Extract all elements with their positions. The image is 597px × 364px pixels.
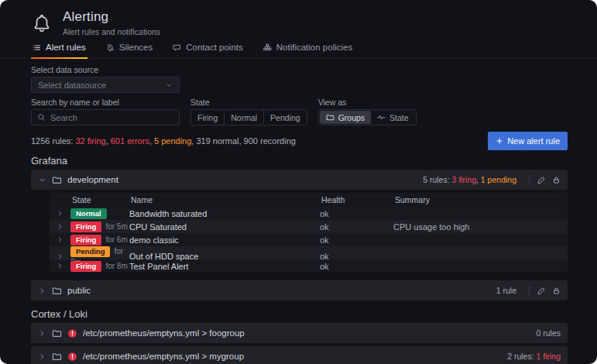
table-row[interactable]: Normal Bandwidth saturated ok (50, 207, 568, 220)
state-badge: Normal (70, 208, 107, 219)
page-subtitle: Alert rules and notifications (63, 27, 160, 36)
datasource-label: Select data source (31, 65, 568, 74)
expand-group-icon[interactable] (38, 287, 46, 295)
table-row[interactable]: Pendingfor 2m Out of HDD space ok (50, 246, 568, 259)
col-state: State (70, 195, 129, 204)
alerting-page: Alerting Alert rules and notifications A… (0, 0, 597, 364)
col-summary: Summary (393, 195, 568, 204)
viewas-groups-button[interactable]: Groups (320, 111, 371, 124)
state-filter-group: Firing Normal Pending (190, 109, 307, 125)
expand-row-icon[interactable] (56, 262, 64, 270)
viewas-state-label: State (389, 113, 409, 122)
rule-health: ok (320, 235, 393, 245)
expand-row-icon[interactable] (56, 222, 64, 231)
table-row[interactable]: Firingfor 5m CPU Saturated ok CPU usage … (50, 220, 568, 233)
alerting-bell-icon (31, 12, 53, 34)
rule-group-development[interactable]: development 5 rules: 3 firing, 1 pending (31, 170, 568, 190)
group-stats: 0 rules (536, 328, 561, 338)
rules-summary: 1256 rules: 32 firing, 601 errors, 5 pen… (31, 136, 296, 146)
datasource-select-value: Select datasource (38, 81, 106, 90)
rule-health: ok (320, 252, 393, 261)
tab-label: Contact points (186, 43, 243, 52)
tab-alert-rules[interactable]: Alert rules (31, 38, 87, 58)
list-icon (33, 43, 41, 52)
tab-label: Notification policies (276, 43, 352, 52)
folder-icon (326, 113, 335, 122)
expand-group-icon[interactable] (38, 352, 46, 361)
rule-group-foogroup[interactable]: /etc/prometheus/emptyns.yml > foogroup 0… (31, 323, 568, 343)
error-icon (67, 352, 77, 362)
state-badge: Firing (70, 221, 101, 232)
folder-icon (52, 352, 62, 362)
rule-group-public[interactable]: public 1 rule (31, 280, 568, 300)
expand-row-icon[interactable] (56, 252, 64, 261)
search-input[interactable] (50, 113, 173, 122)
state-duration: for 8m (105, 262, 127, 270)
table-header: State Name Health Summary (50, 193, 568, 207)
viewas-group: Groups State (318, 109, 417, 125)
rule-health: ok (320, 209, 393, 218)
state-duration: for 5m (105, 222, 127, 231)
filters-panel: Select data source Select datasource Sea… (0, 59, 597, 125)
bell-slash-icon (106, 43, 115, 52)
tab-label: Silences (119, 43, 153, 52)
rule-name: CPU Saturated (129, 222, 320, 232)
collapse-group-icon[interactable] (38, 176, 46, 184)
group-name: public (67, 286, 91, 295)
viewas-state-button[interactable]: State (371, 111, 415, 124)
new-alert-rule-button[interactable]: New alert rule (488, 132, 568, 150)
expand-row-icon[interactable] (56, 209, 64, 218)
edit-icon[interactable] (537, 176, 546, 184)
group-stats: 1 rule (496, 286, 516, 295)
group-stats: 2 rules: 1 firing (507, 352, 561, 361)
col-name: Name (129, 195, 320, 204)
table-row[interactable]: Firingfor 8m Test Panel Alert ok (50, 259, 568, 273)
rules-toolbar: 1256 rules: 32 firing, 601 errors, 5 pen… (0, 125, 597, 150)
state-normal-button[interactable]: Normal (225, 109, 264, 125)
rule-name: Test Panel Alert (129, 262, 320, 271)
tab-bar: Alert rules Silences Contact points Noti… (0, 38, 597, 59)
chevron-down-icon (165, 81, 173, 89)
col-health: Health (320, 195, 393, 204)
page-header: Alerting Alert rules and notifications (0, 0, 597, 36)
folder-icon (52, 175, 62, 185)
rule-name: Out of HDD space (129, 252, 320, 261)
state-badge: Pending (70, 246, 110, 257)
section-title-grafana: Grafana (0, 150, 597, 170)
tab-notification-policies[interactable]: Notification policies (262, 38, 354, 58)
tab-label: Alert rules (46, 43, 86, 52)
group-actions (529, 286, 561, 296)
sitemap-icon (263, 43, 272, 52)
page-title: Alerting (63, 9, 160, 25)
datasource-select[interactable]: Select datasource (31, 77, 180, 93)
rule-name: demo classic (129, 235, 320, 245)
search-label: Search by name or label (31, 98, 180, 107)
group-name: /etc/prometheus/emptyns.yml > mygroup (83, 352, 244, 361)
rule-group-mygroup[interactable]: /etc/prometheus/emptyns.yml > mygroup 2 … (31, 346, 568, 364)
error-icon (67, 328, 77, 338)
search-icon (37, 113, 46, 122)
expand-row-icon[interactable] (56, 235, 64, 244)
edit-icon[interactable] (537, 287, 546, 295)
tab-contact-points[interactable]: Contact points (171, 38, 245, 58)
lock-icon (552, 287, 561, 295)
rule-summary: CPU usage too high (393, 222, 568, 232)
state-firing-button[interactable]: Firing (190, 109, 225, 125)
viewas-groups-label: Groups (338, 113, 365, 122)
tab-silences[interactable]: Silences (105, 38, 154, 58)
search-box (31, 109, 180, 125)
rule-health: ok (320, 222, 393, 232)
rule-name: Bandwidth saturated (129, 209, 320, 218)
plus-icon (496, 137, 503, 145)
group-name: development (67, 175, 118, 184)
state-duration: for 6m (105, 235, 127, 244)
new-alert-rule-label: New alert rule (507, 136, 560, 146)
section-title-cortex-loki: Cortex / Loki (0, 304, 597, 323)
group-stats: 5 rules: 3 firing, 1 pending (423, 175, 516, 184)
rules-table: State Name Health Summary Normal Bandwid… (50, 193, 568, 273)
pulse-icon (377, 113, 386, 122)
expand-group-icon[interactable] (38, 329, 46, 338)
state-pending-button[interactable]: Pending (264, 109, 307, 125)
folder-icon (52, 286, 62, 296)
table-row[interactable]: Firingfor 6m demo classic ok (50, 233, 568, 246)
